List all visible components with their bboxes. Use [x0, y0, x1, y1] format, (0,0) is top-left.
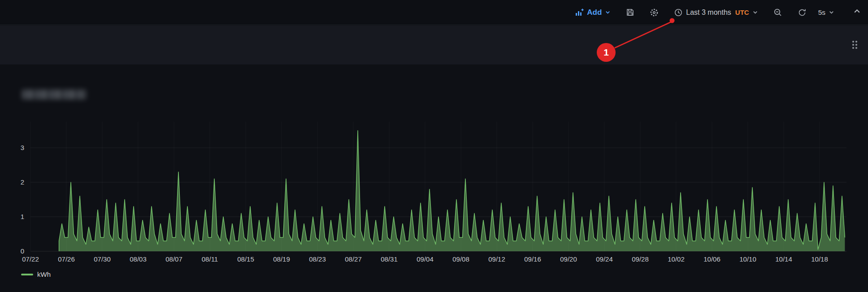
legend-series-label: kWh — [37, 271, 51, 278]
save-icon — [626, 8, 634, 17]
chevron-down-icon — [605, 9, 611, 15]
grafana-dashboard: Add — [0, 0, 868, 292]
refresh-button[interactable] — [795, 6, 809, 19]
gear-icon — [650, 8, 659, 17]
legend-series-swatch — [21, 274, 33, 275]
time-series-plot[interactable] — [30, 121, 846, 252]
add-label: Add — [587, 8, 602, 17]
timezone-badge: UTC — [735, 9, 749, 16]
add-chart-icon — [575, 8, 584, 17]
drag-handle[interactable] — [852, 41, 857, 49]
chevron-down-icon — [752, 9, 758, 15]
chevron-down-icon — [829, 9, 834, 15]
clock-history-icon — [674, 8, 683, 17]
add-panel-button[interactable]: Add — [572, 6, 613, 19]
time-range-label: Last 3 months — [686, 9, 731, 17]
zoom-out-icon — [773, 8, 782, 17]
save-dashboard-button[interactable] — [623, 6, 637, 19]
dashboard-toolbar: Add — [0, 0, 868, 25]
refresh-interval-label: 5s — [818, 9, 825, 17]
zoom-out-time-button[interactable] — [771, 6, 785, 19]
time-range-picker[interactable]: Last 3 months UTC — [671, 6, 760, 19]
chevron-up-icon — [853, 8, 861, 17]
panel-title-redacted — [22, 90, 86, 99]
refresh-interval-dropdown[interactable]: 5s — [816, 6, 837, 19]
dashboard-controls-row — [0, 26, 868, 64]
refresh-icon — [798, 8, 807, 17]
collapse-toolbar-button[interactable] — [853, 8, 861, 17]
legend-item-kwh[interactable]: kWh — [21, 271, 51, 278]
dashboard-settings-button[interactable] — [647, 6, 661, 19]
